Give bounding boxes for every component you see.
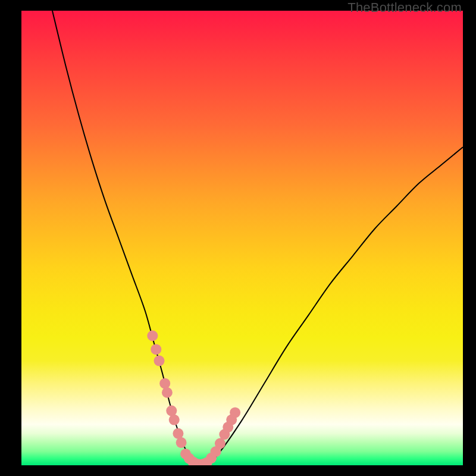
- marker-dot: [215, 438, 226, 449]
- marker-dot: [151, 344, 161, 355]
- marker-dot: [147, 330, 158, 341]
- marker-dot: [176, 437, 187, 448]
- marker-dot: [159, 378, 170, 389]
- plot-area: [21, 11, 463, 465]
- marker-dot: [154, 355, 165, 366]
- outer-frame: TheBottleneck.com: [0, 0, 476, 476]
- marker-dot: [166, 405, 177, 416]
- watermark-text: TheBottleneck.com: [347, 0, 462, 15]
- marker-dot: [169, 415, 180, 425]
- marker-dot: [230, 407, 240, 418]
- bottleneck-curve: [52, 11, 463, 465]
- highlight-markers: [147, 330, 240, 465]
- marker-dot: [173, 428, 183, 439]
- marker-dot: [162, 387, 173, 398]
- chart-svg: [21, 11, 463, 465]
